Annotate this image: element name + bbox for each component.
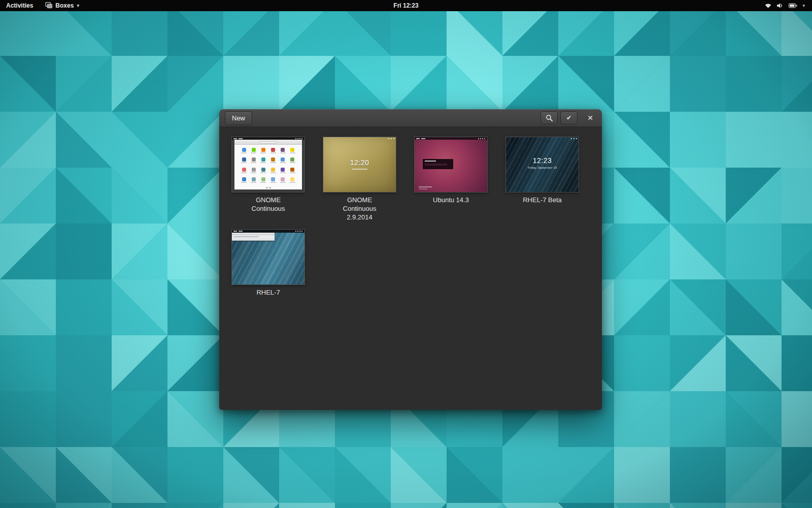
thumb-dialog-title xyxy=(425,161,436,162)
thumb-status-icons xyxy=(295,138,303,139)
thumb-search-box xyxy=(260,141,277,143)
app-menu-button[interactable]: Boxes ▾ xyxy=(39,0,85,11)
chevron-down-icon: ▾ xyxy=(77,3,79,8)
vm-thumbnail xyxy=(232,137,304,192)
thumb-open-window-titlebar xyxy=(232,233,275,235)
system-status-area[interactable]: ▾ xyxy=(759,0,810,11)
thumb-dialog-input xyxy=(425,164,447,166)
vm-thumbnail xyxy=(232,230,304,284)
thumb-lock-clock: 12:23 xyxy=(506,156,579,165)
volume-icon xyxy=(776,3,784,9)
thumb-open-window-content xyxy=(233,236,259,237)
thumb-installer-dialog xyxy=(423,159,453,169)
thumb-page-dots xyxy=(266,187,270,188)
close-icon: ✕ xyxy=(587,114,593,122)
battery-icon xyxy=(789,3,797,8)
thumb-status-icons xyxy=(388,138,394,139)
vm-item-ubuntu[interactable]: Ubuntu 14.3 xyxy=(415,137,487,221)
checkmark-icon: ✔ xyxy=(566,114,571,121)
app-icon-grid xyxy=(239,148,297,184)
vm-name-label: GNOME Continuous 2.9.2014 xyxy=(335,196,384,221)
search-button[interactable] xyxy=(540,111,558,124)
vm-item-rhel7-beta[interactable]: 12:23 Friday, September 19 RHEL-7 Beta xyxy=(506,137,579,221)
thumb-footer-text xyxy=(419,186,432,187)
header-bar: New ✔ ✕ xyxy=(219,109,602,127)
vm-name-label: Ubuntu 14.3 xyxy=(427,196,476,204)
close-button[interactable]: ✕ xyxy=(584,111,597,124)
thumb-status-icons xyxy=(478,138,486,139)
thumb-app-window-header xyxy=(234,140,302,145)
boxes-window: New ✔ ✕ xyxy=(219,109,602,410)
chevron-down-icon: ▾ xyxy=(802,3,805,8)
select-button[interactable]: ✔ xyxy=(560,111,578,124)
activities-button[interactable]: Activities xyxy=(0,0,39,11)
vm-thumbnail: 12:23 Friday, September 19 xyxy=(506,137,579,192)
thumb-status-icons xyxy=(295,231,303,232)
vm-item-rhel7[interactable]: RHEL-7 xyxy=(232,230,304,314)
thumb-topbar-text xyxy=(233,231,243,232)
thumb-open-window xyxy=(232,233,275,241)
vm-name-label: RHEL-7 xyxy=(244,288,293,297)
thumb-lock-date xyxy=(352,169,367,170)
app-menu-label: Boxes xyxy=(55,2,74,9)
thumb-lock-date: Friday, September 19 xyxy=(506,166,579,169)
thumb-topbar-text xyxy=(233,138,243,139)
thumb-wallpaper-streaks xyxy=(506,137,579,192)
thumb-app-window xyxy=(234,140,302,189)
thumb-footer-text xyxy=(419,188,427,189)
clock[interactable]: Fri 12:23 xyxy=(393,0,418,11)
vm-grid: GNOME Continuous 12:20 GNOME Continuous … xyxy=(219,127,602,410)
new-button[interactable]: New xyxy=(225,111,252,125)
vm-item-gnome-continuous-2[interactable]: 12:20 GNOME Continuous 2.9.2014 xyxy=(323,137,396,221)
thumb-lock-clock: 12:20 xyxy=(323,158,396,167)
network-icon xyxy=(764,3,772,9)
thumb-topbar-text xyxy=(416,138,425,139)
vm-thumbnail: 12:20 xyxy=(323,137,396,192)
thumb-status-icons xyxy=(571,138,577,139)
vm-name-label: RHEL-7 Beta xyxy=(518,196,567,204)
vm-thumbnail xyxy=(415,137,487,192)
top-bar: Activities Boxes ▾ Fri 12:23 xyxy=(0,0,812,11)
thumb-topbar xyxy=(415,137,487,140)
search-icon xyxy=(546,114,553,121)
boxes-app-icon xyxy=(45,2,53,9)
vm-item-gnome-continuous[interactable]: GNOME Continuous xyxy=(232,137,304,221)
vm-name-label: GNOME Continuous xyxy=(244,196,293,213)
